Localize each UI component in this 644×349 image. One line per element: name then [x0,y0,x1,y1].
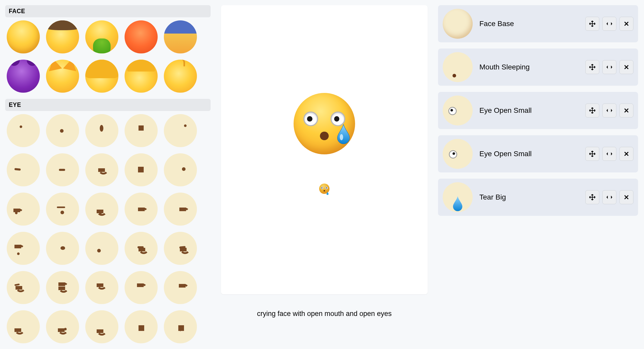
move-icon[interactable] [585,104,599,117]
layer-actions [585,147,633,161]
eye-thumb[interactable] [46,153,79,186]
eye-thumb[interactable] [7,153,40,186]
face-thumb-cat[interactable] [46,60,79,93]
eye-thumb[interactable] [46,114,79,147]
eye-thumb[interactable] [125,232,158,265]
layer-actions [585,60,633,74]
layer-thumb-eye-left [443,96,473,125]
canvas-column: crying face with open mouth and open eye… [221,5,428,348]
layer-label: Tear Big [479,193,579,201]
swap-icon[interactable] [602,60,616,74]
app-root: FACE EYE [0,0,644,349]
layer-label: Eye Open Small [479,150,579,158]
eye-thumb[interactable] [7,310,40,343]
face-thumb-devil[interactable] [7,60,40,93]
face-thumb-sunset[interactable] [164,20,197,53]
svg-point-0 [340,134,343,140]
eye-thumb[interactable] [85,310,118,343]
layer-row[interactable]: Eye Open Small [438,92,638,129]
eye-thumb[interactable] [46,271,79,304]
eye-thumb[interactable] [164,114,197,147]
eye-thumb[interactable] [164,153,197,186]
layer-label: Face Base [479,20,579,28]
part-picker-panel: FACE EYE [5,5,211,348]
emoji-preview-small [319,184,329,194]
preview-canvas[interactable] [221,5,428,294]
eye-thumb[interactable] [125,271,158,304]
eye-thumb[interactable] [46,310,79,343]
section-header-face: FACE [5,5,211,17]
eye-thumb[interactable] [164,232,197,265]
face-thumb-person2[interactable] [125,60,158,93]
emoji-preview-large [294,93,355,154]
close-icon[interactable] [619,60,633,74]
layer-thumb-eye-right [443,139,473,169]
close-icon[interactable] [619,190,633,204]
layer-thumb-mouth [443,52,473,82]
eye-thumb[interactable] [85,153,118,186]
eye-thumb[interactable] [85,114,118,147]
eye-thumb[interactable] [7,193,40,226]
eye-thumb[interactable] [164,271,197,304]
layer-label: Eye Open Small [479,106,579,115]
eye-thumb[interactable] [125,310,158,343]
layer-thumb-tear [443,182,473,212]
swap-icon[interactable] [602,190,616,204]
eye-thumb[interactable] [7,114,40,147]
layer-label: Mouth Sleeping [479,63,579,71]
close-icon[interactable] [619,147,633,161]
face-thumb-red[interactable] [125,20,158,53]
swap-icon[interactable] [602,147,616,161]
section-header-eye: EYE [5,99,211,111]
move-icon[interactable] [585,190,599,204]
layer-row[interactable]: Tear Big [438,179,638,216]
close-icon[interactable] [619,17,633,31]
layer-thumb-face-base [443,9,473,39]
eye-thumb[interactable] [164,310,197,343]
move-icon[interactable] [585,17,599,31]
layer-actions [585,190,633,204]
eye-thumb[interactable] [85,193,118,226]
swap-icon[interactable] [602,104,616,117]
layer-actions [585,17,633,31]
layer-row[interactable]: Eye Open Small [438,135,638,172]
face-thumb-person1[interactable] [85,60,118,93]
eye-thumb[interactable] [164,193,197,226]
layer-row[interactable]: Face Base [438,5,638,42]
face-thumb-base[interactable] [7,20,40,53]
swap-icon[interactable] [602,17,616,31]
eye-thumb[interactable] [85,232,118,265]
eye-grid [5,113,211,348]
layers-panel: Face Base Mouth Sleeping Eye Open Small [438,5,638,348]
emoji-caption: crying face with open mouth and open eye… [257,310,392,318]
layer-row[interactable]: Mouth Sleeping [438,49,638,86]
eye-thumb[interactable] [7,232,40,265]
face-thumb-vomit[interactable] [85,20,118,53]
eye-thumb[interactable] [125,193,158,226]
face-grid [5,19,211,97]
layer-actions [585,104,633,117]
move-icon[interactable] [585,147,599,161]
tear-icon [337,124,350,143]
eye-thumb[interactable] [46,193,79,226]
eye-thumb[interactable] [7,271,40,304]
eye-thumb[interactable] [85,271,118,304]
move-icon[interactable] [585,60,599,74]
face-thumb-cowboy[interactable] [46,20,79,53]
eye-thumb[interactable] [46,232,79,265]
eye-thumb[interactable] [125,153,158,186]
eye-thumb[interactable] [125,114,158,147]
face-thumb-baby[interactable] [164,60,197,93]
close-icon[interactable] [619,104,633,117]
